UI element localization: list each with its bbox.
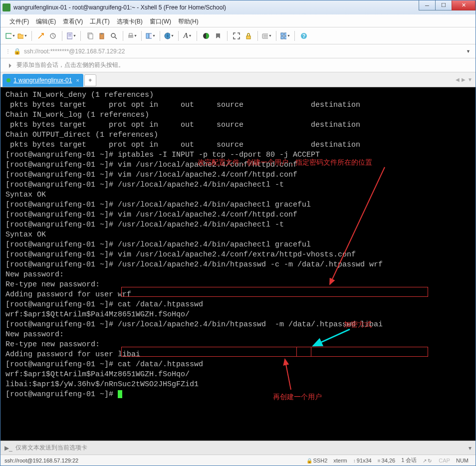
terminal-line: [root@wangruifeng-01 ~]# /usr/local/apac… (5, 200, 471, 210)
window-title: wangruifenglinux-01 - root@wangruifeng-0… (13, 4, 474, 11)
hint-text: 要添加当前会话，点击左侧的箭头按钮。 (16, 61, 124, 69)
color-scheme-icon[interactable] (201, 31, 211, 41)
keyboard-icon[interactable]: ▼ (262, 31, 272, 41)
copy-icon[interactable] (85, 31, 95, 41)
terminal-line: pkts bytes target prot opt in out source… (5, 140, 471, 150)
input-dropdown-icon[interactable]: ▾ (469, 445, 472, 452)
titlebar[interactable]: wangruifenglinux-01 - root@wangruifeng-0… (0, 0, 476, 14)
tab-session-1[interactable]: 1 wangruifenglinux-01 × (2, 74, 83, 87)
app-icon (2, 3, 10, 11)
addr-lock-icon: 🔒 (13, 48, 21, 55)
terminal[interactable]: Chain IN_work_deny (1 references) pkts b… (0, 87, 476, 441)
menu-file[interactable]: 文件(F) (9, 17, 29, 26)
terminal-line: [root@wangruifeng-01 ~]# /usr/local/apac… (5, 240, 471, 250)
tab-list-icon[interactable]: ▼ (468, 77, 473, 82)
svg-rect-9 (101, 33, 103, 34)
addr-dots-icon: ⋮ (5, 48, 10, 54)
globe-icon[interactable]: ▼ (164, 31, 174, 41)
status-ssh-icon: 🔒 (306, 458, 312, 464)
terminal-line: New password: (5, 330, 471, 340)
properties-icon[interactable]: ▼ (66, 31, 76, 41)
terminal-line: [root@wangruifeng-01 ~]# /usr/local/apac… (5, 220, 471, 230)
status-link2-icon: ↻ (428, 458, 432, 464)
sessions-panel-icon[interactable]: ▼ (146, 31, 156, 41)
terminal-line: libai:$apr1$/yW.36hv$/nRnSuc2tWSO2JHSgFZ… (5, 380, 471, 390)
terminal-line: Syntax OK (5, 190, 471, 200)
tab-close-icon[interactable]: × (76, 77, 79, 83)
tab-next-icon[interactable]: ▶ (462, 77, 466, 82)
reconnect-icon[interactable] (48, 31, 58, 41)
maximize-button[interactable]: ☐ (435, 0, 452, 10)
menu-edit[interactable]: 编辑(E) (36, 17, 56, 26)
print-icon[interactable]: ▼ (127, 31, 137, 41)
app-window: wangruifenglinux-01 - root@wangruifeng-0… (0, 0, 476, 466)
svg-line-11 (115, 37, 117, 39)
svg-rect-15 (149, 33, 152, 38)
annotation-2: 加密方式 (344, 320, 372, 330)
input-bar[interactable]: ▶_ 仅将文本发送到当前选项卡 ▾ (0, 441, 476, 455)
svg-rect-22 (281, 33, 283, 35)
terminal-line: [root@wangruifeng-01 ~]# /usr/local/apac… (5, 260, 471, 270)
addr-dropdown-icon[interactable]: ▼ (466, 49, 471, 54)
status-pos: 34,26 (382, 458, 396, 464)
terminal-line: pkts bytes target prot opt in out source… (5, 100, 471, 110)
menu-view[interactable]: 查看(V) (63, 17, 83, 26)
menu-window[interactable]: 窗口(W) (150, 17, 171, 26)
address-bar[interactable]: ⋮ 🔒 ssh://root:********@192.168.57.129:2… (0, 44, 476, 58)
font-icon[interactable]: A▼ (183, 31, 193, 41)
paste-icon[interactable] (97, 31, 107, 41)
connect-icon[interactable] (36, 31, 46, 41)
highlight-box-2 (121, 347, 428, 357)
terminal-line: [root@wangruifeng-01 ~]# vim /usr/local/… (5, 250, 471, 260)
tab-status-dot (6, 78, 10, 82)
find-icon[interactable] (109, 31, 119, 41)
terminal-line: [root@wangruifeng-01 ~]# cat /data/.htpa… (5, 360, 471, 370)
svg-text:?: ? (302, 33, 305, 39)
tile-icon[interactable]: ▼ (280, 31, 290, 41)
status-connection: ssh://root@192.168.57.129:22 (4, 458, 303, 464)
hint-arrow-icon[interactable]: ⏵ (7, 62, 13, 69)
addr-text[interactable]: ssh://root:********@192.168.57.129:22 (24, 48, 466, 55)
status-link-icon: ↗ (423, 458, 427, 464)
cursor (118, 390, 122, 398)
status-size-icon: ↕ (353, 458, 356, 464)
close-button[interactable]: ✕ (452, 0, 476, 10)
highlight-box-1 (121, 287, 428, 297)
new-session-icon[interactable]: +▼ (5, 31, 15, 41)
svg-rect-23 (284, 33, 286, 35)
svg-point-10 (111, 33, 115, 37)
menu-tabs[interactable]: 选项卡(B) (117, 17, 143, 26)
tab-add-button[interactable]: + (84, 74, 96, 86)
window-controls: ─ ☐ ✕ (419, 0, 476, 10)
status-proto: SSH2 (313, 458, 328, 464)
terminal-line: [root@wangruifeng-01 ~]# /usr/local/apac… (5, 320, 471, 330)
open-folder-icon[interactable]: ▼ (17, 31, 27, 41)
annotation-3: 再创建一个用户 (273, 392, 322, 402)
svg-rect-24 (281, 36, 283, 39)
highlight-box-3 (296, 347, 311, 357)
terminal-line: Chain IN_work_log (1 references) (5, 110, 471, 120)
status-caps: CAP (439, 458, 450, 464)
lock-icon[interactable] (243, 31, 253, 41)
terminal-line: wrf:$apr1$QttArilm$Pai4Mz8651WGZH.fSoHqo… (5, 310, 471, 320)
svg-rect-13 (129, 33, 132, 35)
svg-rect-7 (89, 34, 93, 39)
terminal-line: New password: (5, 270, 471, 280)
help-icon[interactable]: ? (299, 31, 309, 41)
terminal-line: [root@wangruifeng-01 ~]# vim /usr/local/… (5, 170, 471, 180)
status-size: 91x34 (357, 458, 372, 464)
script-icon[interactable] (213, 31, 223, 41)
svg-rect-19 (262, 34, 268, 38)
status-pos-icon: ≡ (378, 458, 381, 464)
svg-rect-14 (146, 33, 149, 38)
svg-rect-18 (246, 36, 250, 39)
tab-prev-icon[interactable]: ◀ (456, 77, 460, 82)
minimize-button[interactable]: ─ (419, 0, 436, 10)
menu-help[interactable]: 帮助(H) (178, 17, 199, 26)
svg-rect-25 (284, 36, 286, 39)
menu-tools[interactable]: 工具(T) (90, 17, 109, 26)
status-num: NUM (456, 458, 469, 464)
fullscreen-icon[interactable] (232, 31, 241, 41)
terminal-line: pkts bytes target prot opt in out source… (5, 120, 471, 130)
terminal-line: [root@wangruifeng-01 ~]# /usr/local/apac… (5, 180, 471, 190)
